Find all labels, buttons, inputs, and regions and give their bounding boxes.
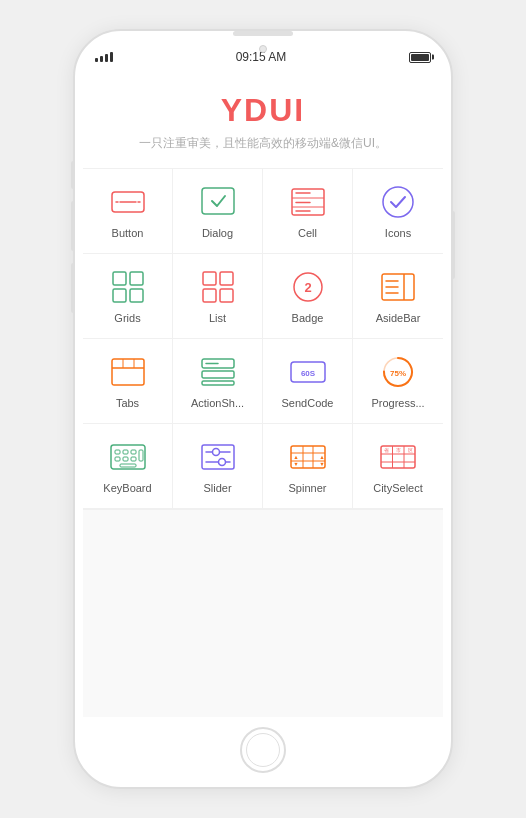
cityselect-label: CitySelect <box>373 482 423 494</box>
grid-item-progress[interactable]: 75% Progress... <box>353 339 443 424</box>
grid-item-cityselect[interactable]: 省 市 区 CitySelect <box>353 424 443 509</box>
svg-rect-46 <box>139 450 143 461</box>
dialog-icon <box>199 183 237 221</box>
svg-rect-17 <box>220 272 233 285</box>
svg-rect-15 <box>130 289 143 302</box>
svg-rect-47 <box>120 464 136 467</box>
asidebar-icon <box>379 268 417 306</box>
grid-item-spinner[interactable]: ▲ ▼ ▲ ▼ Spinner <box>263 424 353 509</box>
grid-item-button[interactable]: Button <box>83 169 173 254</box>
svg-text:区: 区 <box>408 447 413 453</box>
mute-button <box>71 161 75 189</box>
svg-rect-43 <box>115 457 120 461</box>
grid-item-dialog[interactable]: Dialog <box>173 169 263 254</box>
grids-icon <box>109 268 147 306</box>
svg-rect-42 <box>131 450 136 454</box>
grid-item-icons[interactable]: Icons <box>353 169 443 254</box>
actionsheet-icon <box>199 353 237 391</box>
list-label: List <box>209 312 226 324</box>
grid-item-list[interactable]: List <box>173 254 263 339</box>
app-header: YDUI 一只注重审美，且性能高效的移动端&微信UI。 <box>83 68 443 169</box>
svg-text:市: 市 <box>396 447 401 453</box>
home-button-inner <box>246 733 280 767</box>
svg-text:60S: 60S <box>300 369 315 378</box>
volume-down-button <box>71 263 75 313</box>
status-right <box>409 52 431 63</box>
svg-rect-41 <box>123 450 128 454</box>
spinner-icon: ▲ ▼ ▲ ▼ <box>289 438 327 476</box>
svg-text:▼: ▼ <box>319 461 324 467</box>
svg-text:2: 2 <box>304 280 311 295</box>
battery-fill <box>411 54 429 61</box>
cell-icon <box>289 183 327 221</box>
progress-label: Progress... <box>371 397 424 409</box>
icons-label: Icons <box>385 227 411 239</box>
screen: YDUI 一只注重审美，且性能高效的移动端&微信UI。 Button <box>83 68 443 717</box>
asidebar-label: AsideBar <box>376 312 421 324</box>
grid-item-sendcode[interactable]: 60S SendCode <box>263 339 353 424</box>
power-button <box>451 211 455 279</box>
app-title: YDUI <box>99 92 427 129</box>
home-button[interactable] <box>240 727 286 773</box>
button-icon <box>109 183 147 221</box>
svg-rect-27 <box>112 359 144 385</box>
svg-rect-32 <box>202 371 234 378</box>
badge-label: Badge <box>292 312 324 324</box>
cell-label: Cell <box>298 227 317 239</box>
battery-icon <box>409 52 431 63</box>
grid-item-actionsheet[interactable]: ActionSh... <box>173 339 263 424</box>
signal-bar-4 <box>110 52 113 62</box>
keyboard-label: KeyBoard <box>103 482 151 494</box>
grid-item-asidebar[interactable]: AsideBar <box>353 254 443 339</box>
svg-rect-45 <box>131 457 136 461</box>
grid-item-tabs[interactable]: Tabs <box>83 339 173 424</box>
phone-frame: 09:15 AM YDUI 一只注重审美，且性能高效的移动端&微信UI。 <box>73 29 453 789</box>
speaker <box>233 31 293 36</box>
slider-icon <box>199 438 237 476</box>
signal-bar-1 <box>95 58 98 62</box>
actionsheet-label: ActionSh... <box>191 397 244 409</box>
button-label: Button <box>112 227 144 239</box>
svg-rect-19 <box>220 289 233 302</box>
volume-up-button <box>71 201 75 251</box>
sendcode-icon: 60S <box>289 353 327 391</box>
svg-rect-18 <box>203 289 216 302</box>
dialog-label: Dialog <box>202 227 233 239</box>
cityselect-icon: 省 市 区 <box>379 438 417 476</box>
svg-text:▲: ▲ <box>319 454 324 460</box>
grid-item-badge[interactable]: 2 Badge <box>263 254 353 339</box>
svg-rect-14 <box>113 289 126 302</box>
app-subtitle: 一只注重审美，且性能高效的移动端&微信UI。 <box>99 135 427 152</box>
spinner-label: Spinner <box>289 482 327 494</box>
keyboard-icon <box>109 438 147 476</box>
svg-rect-33 <box>202 381 234 385</box>
svg-text:▼: ▼ <box>293 461 298 467</box>
slider-label: Slider <box>203 482 231 494</box>
component-grid: Button Dialog <box>83 169 443 509</box>
svg-rect-12 <box>113 272 126 285</box>
grid-item-slider[interactable]: Slider <box>173 424 263 509</box>
tabs-label: Tabs <box>116 397 139 409</box>
sendcode-label: SendCode <box>282 397 334 409</box>
grid-item-keyboard[interactable]: KeyBoard <box>83 424 173 509</box>
icons-icon <box>379 183 417 221</box>
progress-icon: 75% <box>379 353 417 391</box>
signal-indicator <box>95 52 113 62</box>
svg-point-11 <box>383 187 413 217</box>
signal-bar-2 <box>100 56 103 62</box>
camera <box>259 45 267 53</box>
svg-text:▲: ▲ <box>293 454 298 460</box>
svg-point-50 <box>212 449 219 456</box>
svg-rect-44 <box>123 457 128 461</box>
screen-bottom-area <box>83 509 443 717</box>
grid-item-grids[interactable]: Grids <box>83 254 173 339</box>
svg-rect-40 <box>115 450 120 454</box>
grids-label: Grids <box>114 312 140 324</box>
grid-item-cell[interactable]: Cell <box>263 169 353 254</box>
svg-rect-4 <box>202 188 234 214</box>
svg-text:省: 省 <box>384 447 389 453</box>
svg-point-52 <box>218 459 225 466</box>
svg-rect-16 <box>203 272 216 285</box>
tabs-icon <box>109 353 147 391</box>
list-icon <box>199 268 237 306</box>
